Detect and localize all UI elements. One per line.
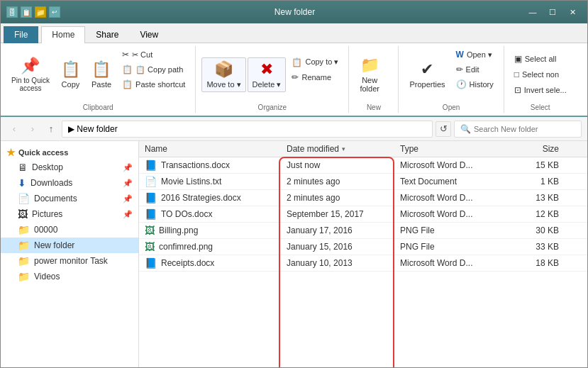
cut-label: ✂ Cut [132,50,152,60]
copy-path-button[interactable]: 📋 📋 Copy path [118,62,189,77]
file-size-cell: 15 KB [508,158,565,172]
properties-button[interactable]: ✔ Properties [404,57,450,91]
file-name: Transactions.docx [161,160,230,170]
sidebar-item-desktop[interactable]: 🖥 Desktop 📌 [1,160,138,175]
breadcrumb[interactable]: ▶ New folder [62,121,433,138]
table-row[interactable]: 🖼 Billing.png January 17, 2016 PNG File … [139,223,587,239]
tab-view[interactable]: View [129,26,169,43]
file-type-cell: PNG File [394,223,508,238]
select-group-label: Select [504,104,577,111]
cut-button[interactable]: ✂ ✂ Cut [118,48,189,62]
close-button[interactable]: ✕ [563,5,582,19]
minimize-button[interactable]: — [523,5,542,19]
invert-label: Invert sele... [524,86,567,94]
pin-label: Pin to Quick access [11,77,50,92]
folder-4-label: Videos [34,272,60,281]
search-box[interactable]: 🔍 [454,121,582,138]
title-icon-3: 📁 [35,6,46,18]
pictures-label: Pictures [32,209,62,219]
rename-button[interactable]: ✏ Rename [287,70,343,84]
file-name-cell: 🖼 confimred.png [139,239,281,255]
table-row[interactable]: 🖼 confimred.png January 15, 2016 PNG Fil… [139,239,587,255]
pin-indicator: 📌 [123,210,133,219]
maximize-button[interactable]: ☐ [543,5,562,19]
file-type: Microsoft Word D... [400,160,472,170]
word-icon: 📘 [145,257,157,269]
word-icon: 📘 [145,160,157,171]
history-label: History [470,80,494,89]
file-date-cell: Just now [281,158,394,172]
pin-icon: 📌 [21,57,40,75]
file-size: 33 KB [536,242,559,252]
tab-file[interactable]: File [4,26,38,43]
refresh-button[interactable]: ↺ [436,121,451,137]
col-date[interactable]: Date modified ▾ [281,141,394,157]
select-all-label: Select all [525,55,557,63]
select-none-button[interactable]: □ Select non [510,67,571,82]
sidebar-item-videos[interactable]: 📁 Videos [1,269,138,284]
copy-path-label: 📋 Copy path [135,65,183,74]
sort-arrow: ▾ [342,145,345,152]
table-row[interactable]: 📘 Receipts.docx January 10, 2013 Microso… [139,255,587,272]
delete-button[interactable]: ✖ Delete ▾ [248,57,287,92]
paste-shortcut-button[interactable]: 📋 Paste shortcut [118,77,189,91]
col-name[interactable]: Name [139,141,281,157]
file-date: January 10, 2013 [287,258,353,268]
file-date: 2 minutes ago [287,193,340,203]
pictures-icon: 🖼 [18,208,28,220]
col-name-label: Name [145,144,167,154]
paste-button[interactable]: 📋 Paste [87,57,116,91]
tab-share[interactable]: Share [85,26,129,43]
invert-select-button[interactable]: ⊡ Invert sele... [510,83,571,97]
select-all-icon: ▣ [514,54,522,64]
file-date-cell: January 10, 2013 [281,256,394,270]
paste-shortcut-label: Paste shortcut [135,80,185,89]
cut-icon: ✂ [122,50,129,60]
up-button[interactable]: ↑ [43,121,59,137]
tab-home[interactable]: Home [41,26,85,43]
quick-access-label: Quick access [18,148,68,157]
file-name-cell: 📘 2016 Strategies.docx [139,190,281,206]
png-icon: 🖼 [145,225,155,236]
new-folder-icon: 📁 [360,56,379,74]
col-size[interactable]: Size [508,141,565,157]
sidebar-item-pictures[interactable]: 🖼 Pictures 📌 [1,206,138,222]
file-type: PNG File [400,225,435,235]
sidebar-item-00000[interactable]: 📁 00000 [1,222,138,238]
sidebar-item-power-monitor[interactable]: 📁 power monitor Task [1,253,138,269]
col-type[interactable]: Type [394,141,508,157]
delete-label: Delete ▾ [253,80,282,89]
table-row[interactable]: 📘 Transactions.docx Just now Microsoft W… [139,157,587,174]
quick-access-header[interactable]: ★ Quick access [1,144,138,160]
select-all-button[interactable]: ▣ Select all [510,52,571,66]
paste-icon: 📋 [91,60,111,79]
table-row[interactable]: 📘 2016 Strategies.docx 2 minutes ago Mic… [139,190,587,206]
paste-label: Paste [91,80,111,89]
table-row[interactable]: 📄 Movie Listins.txt 2 minutes ago Text D… [139,174,587,190]
back-button[interactable]: ‹ [6,121,22,137]
file-name: 2016 Strategies.docx [161,193,241,203]
search-input[interactable] [474,125,575,133]
table-row[interactable]: 📘 TO DOs.docx September 15, 2017 Microso… [139,206,587,223]
forward-button[interactable]: › [25,121,40,137]
file-type-cell: Microsoft Word D... [394,256,508,270]
new-folder-button[interactable]: 📁 New folder [355,53,384,96]
history-button[interactable]: 🕐 History [452,77,498,91]
address-bar: ‹ › ↑ ▶ New folder ↺ 🔍 [1,117,587,141]
file-date-cell: 2 minutes ago [281,174,394,189]
move-to-button[interactable]: 📦 Move to ▾ [201,57,245,92]
file-type-cell: Microsoft Word D... [394,158,508,172]
copy-to-button[interactable]: 📋 Copy to ▾ [287,55,343,69]
sidebar-item-downloads[interactable]: ⬇ Downloads 📌 [1,175,138,191]
sidebar-item-documents[interactable]: 📄 Documents 📌 [1,191,138,206]
select-none-icon: □ [514,69,519,79]
copy-button[interactable]: 📋 Copy [56,57,85,91]
open-button[interactable]: W Open ▾ [452,48,498,62]
file-size-cell: 12 KB [508,207,565,221]
sidebar-item-new-folder[interactable]: 📁 New folder [1,238,138,253]
pin-indicator: 📌 [123,179,133,188]
new-folder-label: New folder [360,76,379,93]
title-controls[interactable]: — ☐ ✕ [523,5,582,19]
pin-quick-access-button[interactable]: 📌 Pin to Quick access [6,54,55,95]
edit-button[interactable]: ✏ Edit [452,62,498,77]
